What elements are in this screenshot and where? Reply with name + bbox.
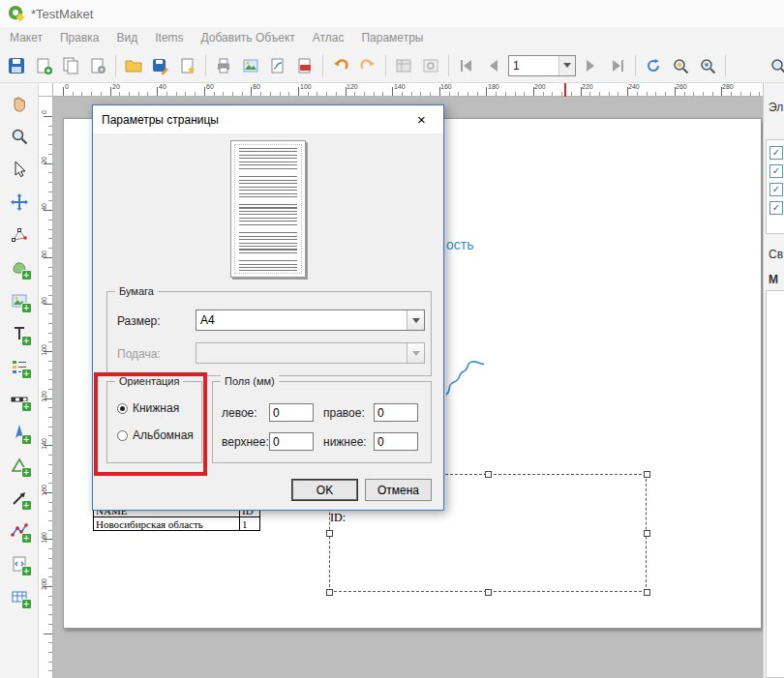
- margin-right-input[interactable]: [374, 403, 418, 422]
- ruler-corner: [39, 83, 53, 97]
- atlas-next-feature-icon[interactable]: [578, 53, 603, 78]
- menu-parametry[interactable]: Параметры: [361, 31, 423, 44]
- margin-right-label: правое:: [323, 406, 365, 420]
- menu-vid[interactable]: Вид: [117, 31, 138, 44]
- vertical-ruler: 0 20 40 60 80 100 120 140 160 180 200: [39, 97, 53, 678]
- add-picture-icon[interactable]: [9, 290, 30, 311]
- ruler-label: 140: [41, 438, 47, 450]
- layout-manager-icon[interactable]: [85, 53, 110, 78]
- menu-bar: Макет Правка Вид Items Добавить Объект А…: [0, 27, 784, 48]
- combo-dropdown-icon[interactable]: [558, 56, 575, 75]
- selection-handle[interactable]: [644, 589, 650, 596]
- menu-add-object[interactable]: Добавить Объект: [201, 31, 295, 44]
- item-visibility-checkbox[interactable]: ✓: [769, 201, 783, 215]
- page-setup-dialog: Параметры страницы × Бумага Размер: A4 П…: [92, 104, 444, 511]
- item-visibility-checkbox[interactable]: ✓: [769, 146, 783, 160]
- margin-top-input[interactable]: [269, 432, 314, 451]
- menu-items[interactable]: Items: [155, 31, 183, 44]
- add-scalebar-icon[interactable]: [9, 389, 30, 410]
- selection-handle[interactable]: [485, 589, 492, 596]
- landscape-radio-row[interactable]: Альбомная: [117, 428, 194, 442]
- cancel-button[interactable]: Отмена: [365, 479, 432, 501]
- portrait-radio[interactable]: [117, 403, 128, 414]
- move-item-content-icon[interactable]: [9, 192, 30, 213]
- selection-handle[interactable]: [485, 471, 492, 478]
- menu-atlas[interactable]: Атлас: [313, 31, 345, 44]
- selection-handle[interactable]: [326, 589, 333, 596]
- add-html-icon[interactable]: [9, 553, 30, 575]
- add-north-arrow-icon[interactable]: [9, 422, 30, 443]
- atlas-page-value: 1: [513, 59, 520, 73]
- add-from-template-icon[interactable]: [175, 53, 200, 78]
- add-attribute-table-icon[interactable]: [9, 586, 30, 607]
- portrait-radio-row[interactable]: Книжная: [117, 401, 179, 415]
- select-move-item-icon[interactable]: [9, 159, 30, 180]
- zoom-in-icon[interactable]: [766, 53, 784, 78]
- save-as-icon[interactable]: [148, 53, 173, 78]
- dialog-title-bar[interactable]: Параметры страницы ×: [93, 105, 443, 133]
- refresh-view-icon[interactable]: [641, 53, 666, 78]
- paper-size-label: Размер:: [117, 314, 161, 328]
- zoom-full-icon[interactable]: [668, 53, 693, 78]
- portrait-label: Книжная: [133, 401, 179, 415]
- menu-maket[interactable]: Макет: [10, 31, 43, 44]
- item-visibility-checkbox[interactable]: ✓: [769, 183, 783, 196]
- ruler-label: 220: [582, 83, 593, 90]
- right-dock-panel: Эл ✓ ✓ ✓ ✓ Св М: [763, 83, 784, 678]
- orientation-group: Ориентация Книжная Альбомная: [106, 381, 202, 463]
- ruler-label: 160: [440, 83, 452, 90]
- export-svg-icon[interactable]: [265, 53, 290, 78]
- paper-feed-combobox: [196, 342, 425, 364]
- add-label-icon[interactable]: [9, 323, 30, 344]
- atlas-preview-icon[interactable]: [418, 53, 443, 78]
- ruler-label: 60: [206, 83, 214, 90]
- attr-cell-name: Новосибирская область: [94, 517, 240, 531]
- atlas-first-feature-icon[interactable]: [454, 53, 479, 78]
- add-arrow-icon[interactable]: [9, 487, 30, 509]
- toolbar-separator: [385, 55, 386, 76]
- selection-handle[interactable]: [644, 530, 650, 537]
- margin-left-input[interactable]: [269, 403, 314, 422]
- edit-nodes-tool-icon[interactable]: [9, 224, 30, 246]
- paper-group: Бумага Размер: A4 Подача:: [106, 291, 432, 376]
- zoom-actual-icon[interactable]: [695, 53, 720, 78]
- selection-handle[interactable]: [326, 530, 333, 537]
- ok-button[interactable]: OK: [291, 479, 358, 501]
- item-visibility-checkbox[interactable]: ✓: [769, 164, 783, 178]
- selection-handle[interactable]: [644, 471, 650, 478]
- export-image-icon[interactable]: [238, 53, 263, 78]
- save-layout-icon[interactable]: [4, 53, 29, 78]
- print-icon[interactable]: [211, 53, 236, 78]
- margins-group-legend: Поля (мм): [221, 375, 279, 387]
- undo-icon[interactable]: [328, 53, 353, 78]
- combo-dropdown-icon: [407, 343, 424, 363]
- combo-dropdown-icon[interactable]: [407, 310, 424, 330]
- ruler-label: 80: [253, 83, 260, 90]
- add-node-item-icon[interactable]: [9, 520, 30, 542]
- export-pdf-icon[interactable]: [292, 53, 317, 78]
- pan-tool-icon[interactable]: [9, 93, 30, 114]
- add-map-icon[interactable]: [9, 257, 30, 279]
- window-title: *TestMaket: [31, 7, 93, 21]
- margin-bottom-input[interactable]: [374, 432, 418, 451]
- qgis-layout-window: *TestMaket Макет Правка Вид Items Добави…: [0, 0, 784, 678]
- add-legend-icon[interactable]: [9, 356, 30, 377]
- toolbar-separator: [448, 55, 449, 76]
- new-layout-icon[interactable]: [31, 53, 56, 78]
- atlas-settings-icon[interactable]: [391, 53, 416, 78]
- menu-pravka[interactable]: Правка: [60, 31, 100, 44]
- add-shape-icon[interactable]: [9, 455, 30, 476]
- atlas-prev-feature-icon[interactable]: [481, 53, 506, 78]
- dialog-close-button[interactable]: ×: [400, 105, 443, 133]
- atlas-last-feature-icon[interactable]: [605, 53, 630, 78]
- redo-icon[interactable]: [355, 53, 380, 78]
- landscape-radio[interactable]: [117, 430, 128, 441]
- ruler-label: 80: [41, 297, 47, 305]
- open-folder-icon[interactable]: [121, 53, 146, 78]
- zoom-tool-icon[interactable]: [9, 126, 30, 147]
- paper-size-combobox[interactable]: A4: [196, 310, 425, 331]
- duplicate-layout-icon[interactable]: [58, 53, 83, 78]
- ruler-label: 100: [41, 344, 47, 356]
- atlas-page-combobox[interactable]: 1: [508, 55, 576, 76]
- properties-panel-body: [766, 290, 784, 678]
